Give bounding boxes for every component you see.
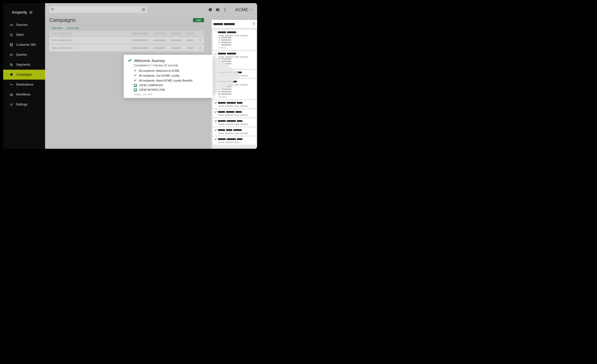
search-icon[interactable]	[252, 22, 255, 26]
sidebar-item-label: Sources	[16, 23, 28, 27]
notification-dot	[219, 10, 220, 12]
svg-point-14	[51, 8, 53, 10]
more-icon[interactable]	[223, 7, 227, 12]
svg-point-21	[225, 9, 226, 10]
notification-card[interactable]	[213, 30, 256, 50]
check-icon	[134, 74, 137, 77]
svg-point-10	[12, 73, 13, 74]
tab-one-time[interactable]: One-time	[52, 27, 63, 30]
add-button[interactable]: Add	[193, 18, 204, 22]
destinations-icon	[9, 83, 13, 86]
warning-icon	[214, 52, 217, 55]
brand-amp-icon	[29, 10, 33, 15]
sidebar-item-label: Workflows	[16, 93, 31, 96]
popover-subtitle: Completed in 7 minutes 22 seconds	[134, 64, 209, 67]
svg-point-36	[215, 32, 215, 32]
check-icon	[214, 120, 217, 122]
row-more-icon[interactable]	[199, 46, 202, 50]
popover-step: All recipients: About ACME Loyalty Benef…	[134, 78, 209, 83]
svg-point-26	[200, 46, 200, 47]
svg-point-0	[31, 13, 32, 14]
svg-point-12	[12, 95, 13, 96]
database-icon	[9, 43, 13, 46]
gift-icon[interactable]	[215, 7, 220, 12]
workflows-icon	[9, 93, 13, 96]
svg-point-13	[11, 104, 12, 105]
svg-point-22	[225, 11, 226, 12]
settings-icon	[9, 103, 13, 106]
sidebar-item-workflows[interactable]: Workflows	[3, 90, 45, 100]
row-more-icon[interactable]	[199, 39, 202, 42]
svg-point-32	[216, 32, 217, 32]
sources-icon	[9, 23, 13, 27]
notification-card[interactable]	[213, 137, 256, 145]
check-icon	[134, 79, 137, 82]
svg-rect-19	[218, 9, 218, 11]
popover-title: Welcome Journey	[134, 58, 165, 63]
sidebar-item-segments[interactable]: Segments	[3, 60, 45, 70]
search-shortcut: /	[142, 8, 145, 11]
check-icon	[214, 111, 217, 113]
view-campaign-link[interactable]: VIEW CAMPAIGN	[134, 83, 209, 88]
notification-card[interactable]	[213, 100, 256, 108]
svg-point-8	[10, 43, 12, 44]
notification-card[interactable]	[213, 127, 256, 135]
popover-step: All recipients: Welcome to ACME	[134, 69, 209, 73]
sidebar-item-label: Campaigns	[16, 73, 32, 77]
check-icon	[214, 129, 217, 131]
popover-pointer	[213, 55, 243, 96]
svg-point-11	[10, 84, 10, 85]
table-row[interactable]	[49, 45, 204, 52]
sidebar-item-settings[interactable]: Settings	[3, 100, 45, 109]
check-icon	[134, 69, 137, 73]
sidebar-item-label: Destinations	[16, 83, 33, 86]
window-icon	[134, 84, 137, 87]
svg-point-33	[216, 33, 217, 33]
sidebar-item-label: Queries	[16, 53, 27, 57]
tenant-name: ACME	[235, 7, 248, 12]
sidebar-item-customer360[interactable]: Customer 360	[3, 40, 45, 50]
svg-point-37	[219, 44, 219, 44]
svg-point-23	[200, 39, 200, 39]
brand: Amperity	[3, 10, 45, 20]
sidebar: Amperity Sources Stitch	[3, 3, 45, 149]
svg-point-29	[253, 23, 254, 24]
svg-point-38	[220, 44, 220, 45]
popover-step: All recipients: Join ACME Loyalty	[134, 73, 209, 78]
window-icon	[134, 88, 137, 91]
brand-name: Amperity	[12, 10, 27, 15]
svg-point-25	[200, 41, 200, 41]
tenant-switcher[interactable]: ACME	[235, 7, 253, 12]
svg-point-31	[216, 31, 217, 32]
search-icon	[51, 8, 54, 12]
search-input[interactable]	[56, 8, 140, 11]
sidebar-item-destinations[interactable]: Destinations	[3, 80, 45, 90]
notification-card[interactable]	[213, 109, 256, 117]
stitch-icon	[9, 33, 13, 37]
sidebar-item-sources[interactable]: Sources	[3, 20, 45, 30]
svg-point-1	[10, 24, 10, 24]
main: / ? ACME Campaigns Add	[45, 3, 257, 149]
tab-recurring[interactable]: Recurring	[67, 27, 79, 30]
svg-point-20	[225, 8, 226, 9]
svg-point-30	[216, 31, 216, 31]
chevron-down-icon	[250, 7, 253, 12]
search-wrap[interactable]: /	[49, 6, 147, 13]
svg-point-24	[200, 40, 200, 40]
sidebar-item-queries[interactable]: Queries	[3, 50, 45, 60]
sidebar-item-stitch[interactable]: Stitch	[3, 30, 45, 40]
check-icon	[214, 138, 217, 140]
help-icon[interactable]: ?	[208, 7, 212, 12]
view-workflow-link[interactable]: VIEW WORKFLOW	[134, 88, 209, 92]
notifications-header	[212, 20, 257, 29]
segments-icon	[9, 63, 13, 67]
sidebar-item-campaigns[interactable]: Campaigns	[3, 70, 45, 80]
popover: Welcome Journey Completed in 7 minutes 2…	[124, 55, 213, 98]
campaigns-icon	[9, 73, 13, 77]
notification-card[interactable]	[213, 118, 256, 126]
table-row[interactable]	[49, 37, 204, 44]
topbar: / ? ACME	[45, 3, 257, 16]
table-header-row	[49, 31, 204, 36]
svg-point-28	[200, 48, 200, 49]
nav: Sources Stitch Customer 360 Queries	[3, 20, 45, 109]
